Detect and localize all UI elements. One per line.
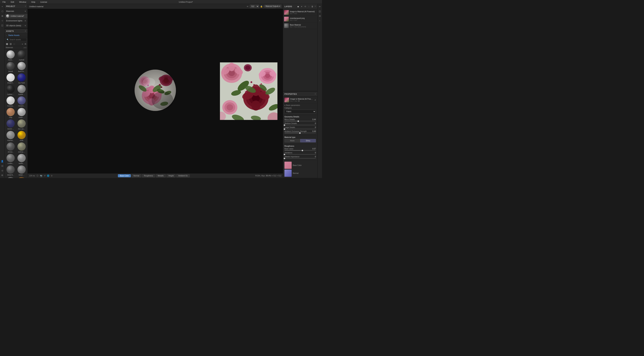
toolbar-settings-icon[interactable]: ⚙ — [0, 173, 4, 177]
matte-btn[interactable]: Matte — [284, 139, 300, 142]
output-dropdown[interactable]: Material Outputs ▾ — [264, 5, 282, 8]
menu-item-help[interactable]: Help — [30, 1, 36, 4]
search-input[interactable] — [10, 39, 26, 41]
toolbar-transform-icon[interactable]: ⬡ — [0, 9, 4, 13]
add-material-btn[interactable]: + — [24, 10, 26, 13]
asset-item-2[interactable]: Basalt — [6, 62, 16, 73]
menu-item-file[interactable]: File — [2, 1, 7, 4]
asset-item-3[interactable]: Base M... — [16, 62, 27, 73]
layers-close-btn[interactable]: × — [315, 5, 316, 8]
bottom-tab-normal[interactable]: Normal — [132, 174, 141, 177]
layers-view-mode-btn[interactable]: ◈ — [297, 5, 300, 8]
roughness-base-slider[interactable] — [284, 150, 316, 151]
roughness-base-thumb[interactable] — [302, 150, 303, 151]
asset-item-12[interactable]: Denim ... — [6, 119, 16, 130]
roughness-var-slider[interactable] — [284, 154, 316, 155]
layers-refresh-btn[interactable]: ⟲ — [304, 5, 307, 8]
ao-thumb[interactable] — [299, 132, 300, 134]
layers-trash-btn[interactable]: 🗑 — [311, 5, 314, 8]
asset-item-16[interactable]: Jersey... — [6, 142, 16, 153]
asset-item-14[interactable]: Flannel... — [6, 131, 16, 142]
large-details-thumb[interactable] — [284, 128, 285, 130]
bottom-tab-ambient-oc[interactable]: Ambient Oc — [176, 174, 190, 177]
shiny-btn[interactable]: Shiny — [300, 139, 316, 142]
micro-details-thumb[interactable] — [298, 121, 299, 122]
large-details-slider[interactable] — [284, 129, 316, 129]
filter-image-btn[interactable]: 🖼 — [9, 43, 12, 46]
breadcrumb-back-btn[interactable]: ← — [6, 34, 8, 36]
layers-view-mode2-btn[interactable]: ▾ — [300, 5, 303, 8]
bottom-tab-roughness[interactable]: Roughness — [142, 174, 155, 177]
bottom-tab-height[interactable]: Height — [166, 174, 176, 177]
zoom-dropdown-icon[interactable]: ▾ — [272, 175, 272, 177]
toolbar-crop-icon[interactable]: ⊞ — [0, 14, 4, 18]
filter-shield-btn[interactable]: ◌ — [13, 43, 16, 46]
assets-close-btn[interactable]: × — [25, 30, 26, 32]
info-icon[interactable]: ⓘ — [36, 174, 38, 177]
asset-item-15[interactable]: Gold — [16, 131, 27, 142]
properties-close-btn[interactable]: × — [315, 93, 316, 95]
right-tool-adjust-icon[interactable]: ⊟ — [318, 14, 322, 18]
prop-reset-btn[interactable]: ↺ — [314, 99, 316, 101]
breadcrumb-link[interactable]: Starter Assets — [8, 34, 20, 36]
right-tool-layers-icon[interactable]: ◫ — [318, 9, 322, 13]
untitled-material-item[interactable]: Untitled material* — [5, 14, 28, 18]
asset-item-1[interactable]: Asphalt — [16, 50, 27, 61]
micro-details-slider[interactable] — [284, 121, 316, 121]
asset-item-9[interactable]: Cerami... — [16, 96, 27, 107]
filter-list-btn[interactable]: ≡ — [22, 43, 24, 46]
menu-item-edit[interactable]: Edit — [10, 1, 15, 4]
asset-item-21[interactable]: Metal ... — [16, 165, 27, 176]
bottom-tab-metallic[interactable]: Metallic — [156, 174, 166, 177]
asset-item-8[interactable]: Carrara... — [6, 96, 16, 107]
albedo-thumb[interactable] — [284, 158, 285, 159]
asset-item-18[interactable]: Linden... — [6, 154, 16, 165]
filter-sphere-btn[interactable]: ⬤ — [6, 43, 8, 46]
width-select[interactable]: 512 1024 2048 — [250, 5, 259, 8]
add-env-light-btn[interactable]: + — [24, 19, 26, 22]
layer-item-image-to-material[interactable]: Image to Material (AI Powered) 512 × 512 — [283, 9, 317, 16]
filter-grid-btn[interactable]: ⊞ — [24, 43, 27, 46]
toolbar-user-icon[interactable]: 👤 — [0, 159, 4, 163]
albedo-slider[interactable] — [284, 158, 316, 159]
roughness-var-thumb[interactable] — [284, 154, 285, 155]
asset-item-13[interactable]: Dry Lau... — [16, 119, 27, 130]
menu-item-window[interactable]: Window — [18, 1, 27, 4]
asset-item-11[interactable]: Clean ... — [16, 108, 27, 119]
project-close-btn[interactable]: × — [25, 5, 26, 8]
asset-item-20[interactable]: Metal B... — [6, 165, 16, 176]
toolbar-grid-icon[interactable]: ⊹ — [0, 19, 4, 23]
camera-icon[interactable]: 📷 — [40, 175, 42, 177]
asset-item-19[interactable]: Mediu... — [16, 154, 27, 165]
asset-item-22[interactable]: Mossy... — [6, 177, 16, 178]
asset-item-0[interactable]: Alumi... — [6, 50, 16, 61]
menu-item-license[interactable]: License — [39, 1, 48, 4]
refresh-icon[interactable]: ↺ — [44, 175, 46, 177]
right-tool-export-icon[interactable]: ↑ — [318, 19, 322, 23]
globe-icon[interactable]: 🌐 — [47, 175, 50, 177]
category-select[interactable]: Fabric Metal Wood Stone — [284, 110, 316, 113]
medium-details-thumb[interactable] — [284, 124, 285, 126]
asset-item-23[interactable]: Mud — [16, 177, 27, 178]
bottom-tab-base-color[interactable]: Base Color — [118, 174, 131, 177]
ao-slider[interactable] — [284, 133, 316, 133]
search-box[interactable]: 🔍 — [6, 38, 27, 41]
asset-item-5[interactable]: Car Paint — [16, 73, 27, 84]
layers-export-btn[interactable]: ↑ — [308, 5, 310, 8]
asset-item-10[interactable]: Clay — [6, 108, 16, 119]
toolbar-add-icon[interactable]: + — [0, 5, 4, 9]
toolbar-bottom1-icon[interactable]: ⊡ — [0, 164, 4, 168]
basic-params-toggle[interactable]: ▾ — [284, 104, 285, 106]
medium-details-slider[interactable] — [284, 125, 316, 125]
add-object-btn[interactable]: + — [24, 24, 26, 27]
render-icon[interactable]: ⊙ — [51, 175, 52, 177]
toolbar-layers-icon[interactable]: ◫ — [0, 23, 4, 27]
asset-item-7[interactable]: Carpet ... — [16, 85, 27, 96]
asset-item-6[interactable]: Carbon ... — [6, 85, 16, 96]
layer-item-roses[interactable]: roseslacquard.png 512 × 512 — [283, 16, 317, 23]
asset-item-4[interactable]: Braid F... — [6, 73, 16, 84]
prop-settings-icon[interactable]: ⚙ — [298, 100, 300, 102]
toolbar-bottom2-icon[interactable]: ⊙ — [0, 169, 4, 173]
right-tool-pen-icon[interactable]: ✏ — [318, 5, 322, 9]
layer-item-base[interactable]: Base Material 512 × 512 (Document) — [283, 23, 317, 29]
